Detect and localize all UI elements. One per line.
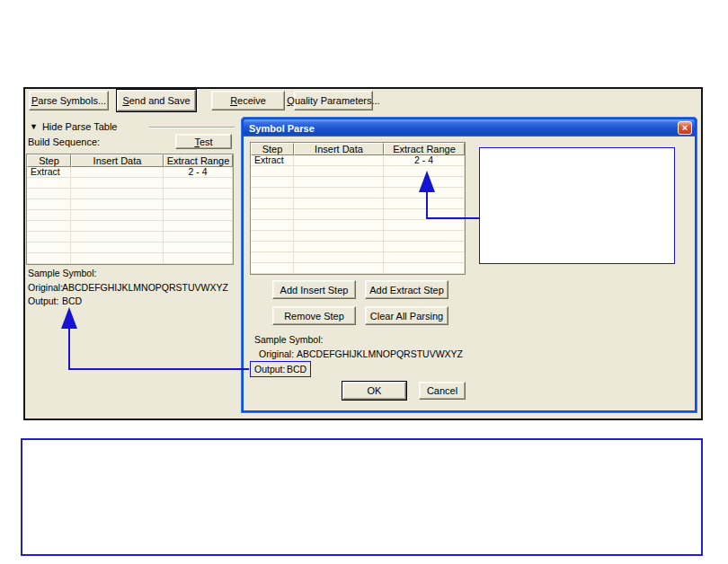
table-cell[interactable]	[251, 252, 294, 263]
table-row[interactable]	[27, 232, 233, 242]
table-cell[interactable]	[164, 178, 233, 189]
remove-step-button[interactable]: Remove Step	[272, 306, 356, 325]
table-cell[interactable]	[27, 232, 71, 242]
table-cell[interactable]	[71, 232, 164, 242]
table-row[interactable]	[27, 210, 233, 221]
table-cell[interactable]	[27, 221, 71, 232]
ok-button[interactable]: OK	[342, 382, 406, 400]
table-cell[interactable]	[164, 242, 233, 253]
receive-button[interactable]: Receive	[211, 91, 285, 110]
table-cell[interactable]	[384, 188, 465, 198]
table-cell[interactable]	[384, 252, 465, 263]
table-row[interactable]	[251, 166, 465, 177]
table-cell[interactable]	[251, 166, 294, 177]
table-cell[interactable]	[27, 242, 71, 253]
table-row[interactable]	[251, 198, 465, 209]
table-row[interactable]	[27, 178, 233, 189]
table-row[interactable]: Extract2 - 4	[251, 155, 465, 166]
table-cell[interactable]	[294, 263, 384, 274]
table-row[interactable]	[27, 221, 233, 232]
table-cell[interactable]	[251, 198, 294, 209]
add-extract-step-button[interactable]: Add Extract Step	[365, 280, 448, 299]
table-row[interactable]	[251, 177, 465, 188]
table-cell[interactable]	[71, 167, 164, 178]
table-cell[interactable]	[27, 199, 71, 210]
send-and-save-button[interactable]: Send and Save	[117, 90, 196, 111]
column-header-step[interactable]: Step	[27, 154, 71, 167]
table-cell[interactable]	[251, 242, 294, 252]
parse-symbols-button[interactable]: Parse Symbols...	[29, 91, 109, 110]
table-cell[interactable]: Extract	[27, 167, 71, 178]
table-cell[interactable]	[27, 189, 71, 199]
table-cell[interactable]	[251, 231, 294, 242]
clear-all-parsing-button[interactable]: Clear All Parsing	[365, 306, 448, 325]
column-header-insert-data[interactable]: Insert Data	[71, 154, 164, 167]
test-button[interactable]: Test	[175, 134, 232, 149]
table-cell[interactable]	[384, 209, 465, 220]
quality-parameters-button[interactable]: Quality Parameters...	[294, 91, 373, 110]
table-cell[interactable]	[164, 199, 233, 210]
table-cell[interactable]	[294, 231, 384, 242]
table-row[interactable]	[251, 231, 465, 242]
table-cell[interactable]	[71, 199, 164, 210]
column-header-step[interactable]: Step	[251, 143, 294, 155]
table-cell[interactable]	[27, 210, 71, 221]
table-cell[interactable]	[164, 221, 233, 232]
table-row[interactable]	[27, 242, 233, 253]
table-cell[interactable]	[164, 232, 233, 242]
table-cell[interactable]: 2 - 4	[384, 155, 465, 166]
table-cell[interactable]	[384, 177, 465, 188]
close-icon[interactable]: ×	[678, 121, 692, 135]
column-header-extract-range[interactable]: Extract Range	[384, 143, 465, 155]
table-cell[interactable]	[27, 178, 71, 189]
table-row[interactable]: Extract2 - 4	[27, 167, 233, 178]
column-header-insert-data[interactable]: Insert Data	[294, 143, 384, 155]
table-row[interactable]	[251, 209, 465, 220]
table-cell[interactable]	[294, 198, 384, 209]
table-row[interactable]	[251, 188, 465, 198]
table-row[interactable]	[251, 263, 465, 274]
column-header-extract-range[interactable]: Extract Range	[164, 154, 233, 167]
table-cell[interactable]	[251, 263, 294, 274]
table-cell[interactable]	[384, 198, 465, 209]
hide-parse-table-toggle[interactable]: ▼ Hide Parse Table	[30, 121, 118, 132]
table-row[interactable]	[251, 242, 465, 252]
table-cell[interactable]	[384, 166, 465, 177]
table-row[interactable]	[27, 253, 233, 264]
table-cell[interactable]	[294, 155, 384, 166]
table-cell[interactable]	[384, 231, 465, 242]
table-cell[interactable]	[164, 210, 233, 221]
dialog-titlebar[interactable]: Symbol Parse ×	[244, 119, 695, 137]
table-cell[interactable]	[294, 220, 384, 231]
cancel-button[interactable]: Cancel	[419, 382, 466, 400]
table-cell[interactable]	[27, 253, 71, 264]
table-cell[interactable]	[251, 209, 294, 220]
table-row[interactable]	[27, 189, 233, 199]
table-cell[interactable]: 2 - 4	[164, 167, 233, 178]
table-cell[interactable]	[71, 253, 164, 264]
table-cell[interactable]	[71, 242, 164, 253]
table-cell[interactable]	[294, 166, 384, 177]
table-cell[interactable]	[384, 263, 465, 274]
table-row[interactable]	[251, 252, 465, 263]
table-cell[interactable]	[294, 252, 384, 263]
table-cell[interactable]	[71, 178, 164, 189]
table-cell[interactable]	[251, 188, 294, 198]
table-cell[interactable]	[251, 177, 294, 188]
table-cell[interactable]	[71, 221, 164, 232]
table-cell[interactable]	[384, 242, 465, 252]
table-cell[interactable]	[294, 242, 384, 252]
table-cell[interactable]	[251, 220, 294, 231]
table-cell[interactable]: Extract	[251, 155, 294, 166]
table-cell[interactable]	[294, 209, 384, 220]
add-insert-step-button[interactable]: Add Insert Step	[272, 280, 356, 299]
table-cell[interactable]	[71, 210, 164, 221]
table-cell[interactable]	[384, 220, 465, 231]
table-cell[interactable]	[164, 253, 233, 264]
table-cell[interactable]	[294, 188, 384, 198]
table-row[interactable]	[251, 220, 465, 231]
table-row[interactable]	[27, 199, 233, 210]
table-cell[interactable]	[71, 189, 164, 199]
table-cell[interactable]	[294, 177, 384, 188]
table-cell[interactable]	[164, 189, 233, 199]
